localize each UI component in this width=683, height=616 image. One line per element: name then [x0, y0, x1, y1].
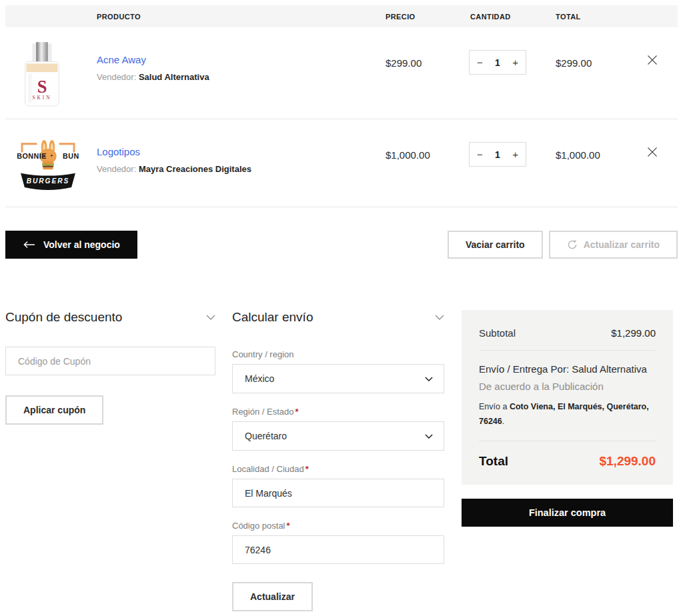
vendor-name: Mayra Creaciones Digitales — [139, 164, 251, 174]
coupon-title: Cupón de descuento — [5, 310, 122, 325]
shipping-method-line: De acuerdo a la Publicación — [479, 381, 656, 392]
shipping-title: Calcular envío — [232, 310, 313, 325]
logo-text-bonnie: BONNIE — [17, 152, 47, 160]
quantity-decrease-button[interactable]: − — [477, 149, 483, 159]
checkout-button[interactable]: Finalizar compra — [462, 499, 673, 527]
cart-totals-section: Subtotal $1,299.00 Envío / Entrega Por: … — [462, 310, 673, 611]
chevron-down-icon[interactable] — [206, 315, 215, 320]
product-link-logotipos[interactable]: Logotipos — [97, 146, 140, 157]
quantity-increase-button[interactable]: + — [512, 149, 518, 159]
required-asterisk: * — [287, 521, 290, 531]
product-image-cell[interactable]: BONNIE BUN BURGERS — [5, 119, 97, 190]
column-header-total: Total — [550, 13, 637, 21]
update-shipping-button[interactable]: Actualizar — [232, 582, 313, 611]
cart-row-acne-away: S SKIN Acne Away Vendedor: Salud Alterna… — [5, 27, 678, 119]
refresh-icon — [567, 239, 578, 250]
remove-cell — [637, 54, 678, 69]
total-label: Total — [479, 454, 508, 469]
cart-bottom-section: Cupón de descuento Aplicar cupón Calcula… — [5, 310, 678, 611]
line-total: $1,000.00 — [550, 149, 637, 161]
cart-row-logotipos: BONNIE BUN BURGERS Logotipos Vendedor: M… — [5, 119, 678, 207]
line-total: $299.00 — [550, 57, 637, 69]
state-select[interactable]: Querétaro — [232, 421, 444, 451]
quantity-stepper[interactable]: − 1 + — [469, 50, 526, 75]
required-asterisk: * — [305, 464, 309, 474]
bottle-brand-text: SKIN — [33, 95, 52, 101]
vendor-line: Vendedor: Salud Alternativa — [97, 72, 380, 82]
totals-divider — [479, 350, 656, 351]
back-to-store-button[interactable]: Volver al negocio — [5, 231, 137, 259]
vendor-name: Salud Alternativa — [139, 72, 209, 82]
coupon-code-input[interactable] — [5, 347, 215, 375]
apply-coupon-button[interactable]: Aplicar cupón — [5, 395, 103, 425]
cart-actions-row: Volver al negocio Vaciar carrito Actuali… — [5, 231, 678, 259]
unit-price: $299.00 — [380, 57, 465, 69]
bonnie-bun-logo-product-image[interactable]: BONNIE BUN BURGERS — [15, 138, 81, 190]
country-value: México — [245, 373, 274, 384]
vendor-line: Vendedor: Mayra Creaciones Digitales — [97, 164, 380, 174]
update-cart-button: Actualizar carrito — [549, 231, 678, 259]
country-select[interactable]: México — [232, 364, 444, 393]
bottle-logo-letter: S — [37, 77, 47, 97]
cart-totals-box: Subtotal $1,299.00 Envío / Entrega Por: … — [462, 310, 673, 485]
logo-text-burgers: BURGERS — [27, 177, 70, 185]
country-label: Country / region — [232, 349, 444, 359]
subtotal-label: Subtotal — [479, 327, 516, 339]
shipping-calculator-section: Calcular envío Country / region México R… — [232, 310, 444, 611]
back-to-store-label: Volver al negocio — [43, 239, 120, 250]
postcode-input[interactable] — [232, 535, 444, 564]
subtotal-row: Subtotal $1,299.00 — [479, 327, 656, 339]
cart-table-header: Producto Precio Cantidad Total — [5, 5, 678, 27]
chevron-down-icon[interactable] — [435, 315, 444, 320]
vendor-label: Vendedor: — [97, 72, 136, 82]
state-label: Región / Estado* — [232, 407, 444, 417]
total-row: Total $1,299.00 — [479, 454, 656, 469]
unit-price: $1,000.00 — [380, 149, 465, 161]
quantity-value[interactable]: 1 — [495, 57, 500, 68]
empty-cart-button[interactable]: Vaciar carrito — [448, 231, 543, 259]
postcode-label: Código postal* — [232, 521, 444, 531]
chevron-down-icon — [425, 377, 433, 381]
quantity-cell: − 1 + — [465, 119, 550, 167]
product-link-acne-away[interactable]: Acne Away — [97, 54, 146, 65]
update-cart-label: Actualizar carrito — [584, 239, 660, 250]
coupon-section-header[interactable]: Cupón de descuento — [5, 310, 215, 325]
totals-divider — [479, 441, 656, 441]
quantity-value[interactable]: 1 — [495, 149, 500, 160]
quantity-stepper[interactable]: − 1 + — [469, 142, 526, 167]
product-image-cell[interactable]: S SKIN — [5, 27, 97, 107]
shipping-section-header[interactable]: Calcular envío — [232, 310, 444, 325]
cart-page: Producto Precio Cantidad Total S SKIN — [0, 0, 683, 616]
vendor-label: Vendedor: — [97, 164, 136, 174]
total-value: $1,299.00 — [599, 454, 656, 469]
product-info-cell: Acne Away Vendedor: Salud Alternativa — [97, 27, 380, 82]
column-header-price: Precio — [380, 13, 465, 21]
subtotal-value: $1,299.00 — [611, 327, 656, 339]
remove-item-icon[interactable] — [646, 146, 658, 158]
shipping-vendor-line: Envío / Entrega Por: Salud Alternativa — [479, 363, 656, 375]
cart-actions-right: Vaciar carrito Actualizar carrito — [448, 231, 678, 259]
quantity-decrease-button[interactable]: − — [477, 57, 483, 67]
skin-bottle-product-image[interactable]: S SKIN — [15, 42, 69, 107]
coupon-section: Cupón de descuento Aplicar cupón — [5, 310, 215, 611]
city-input[interactable] — [232, 479, 444, 507]
column-header-product: Producto — [97, 13, 380, 21]
left-arrow-icon — [23, 241, 35, 249]
ship-to-line: Envío a Coto Viena, El Marqués, Querétar… — [479, 400, 656, 429]
remove-cell — [637, 146, 678, 161]
required-asterisk: * — [295, 407, 299, 417]
logo-text-bun: BUN — [63, 152, 79, 160]
quantity-increase-button[interactable]: + — [512, 57, 518, 67]
chevron-down-icon — [425, 434, 433, 439]
product-info-cell: Logotipos Vendedor: Mayra Creaciones Dig… — [97, 119, 380, 174]
state-value: Querétaro — [245, 431, 287, 441]
quantity-cell: − 1 + — [465, 27, 550, 75]
remove-item-icon[interactable] — [646, 54, 658, 66]
city-label: Localidad / Ciudad* — [232, 464, 444, 474]
column-header-quantity: Cantidad — [465, 13, 550, 21]
